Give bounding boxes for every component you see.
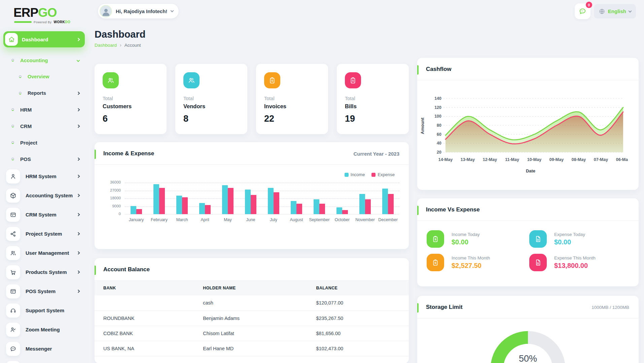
x-tick-label: July xyxy=(270,214,277,224)
chevron-down-icon xyxy=(629,9,632,13)
sidebar-item-label: Reports xyxy=(28,90,46,96)
bullet-icon xyxy=(11,59,14,62)
users-icon xyxy=(6,246,20,260)
sidebar-item-label: HRM System xyxy=(26,173,57,179)
sidebar-item-pos-system[interactable]: POS System xyxy=(3,284,85,299)
sidebar-item-notification-template[interactable]: Notification Template xyxy=(3,360,85,363)
account-balance-header: Account Balance xyxy=(95,258,409,281)
y-tick-label: 0 xyxy=(103,212,121,216)
file-icon xyxy=(529,254,547,271)
sidebar-item-accounting-system[interactable]: Accounting System xyxy=(3,188,85,203)
stat-value: 6 xyxy=(103,114,158,124)
expense-bar xyxy=(182,197,188,214)
notification-template-icon xyxy=(6,361,20,363)
svg-text:07-May: 07-May xyxy=(594,157,608,162)
sidebar-item-reports[interactable]: Reports xyxy=(3,86,85,100)
x-tick-label: November xyxy=(355,214,375,224)
brand-underline xyxy=(14,21,32,23)
sidebar-item-support-system[interactable]: Support System xyxy=(3,303,85,318)
storage-limit-card: Storage Limit 1000MB / 1200MB 50% xyxy=(417,296,639,363)
svg-text:14-May: 14-May xyxy=(438,157,453,162)
tile-expense-today: Expense Today $0.00 xyxy=(529,230,632,248)
svg-text:$: $ xyxy=(435,261,436,265)
legend-swatch xyxy=(371,173,375,177)
sidebar-item-crm-system[interactable]: CRM System xyxy=(3,207,85,222)
expense-bar xyxy=(319,204,325,214)
stat-label: Customers xyxy=(103,103,158,110)
svg-text:20: 20 xyxy=(437,150,441,155)
language-selector[interactable]: English xyxy=(594,4,636,18)
person-icon xyxy=(6,169,20,184)
breadcrumb: Dashboard › Account xyxy=(95,42,409,48)
cell-holder: Benjamin Adams xyxy=(203,311,316,326)
account-balance-table: BANK HOLDER NAME BALANCE cash $120,077.0… xyxy=(95,281,409,356)
cart-icon xyxy=(6,265,20,279)
sidebar-item-dashboard[interactable]: Dashboard xyxy=(3,31,85,47)
y-tick-label: 18000 xyxy=(103,196,121,200)
sidebar-item-label: Dashboard xyxy=(22,37,48,42)
notifications-button[interactable]: 0 xyxy=(575,3,591,19)
y-axis-label: Amount xyxy=(420,118,425,134)
sidebar-item-label: Zoom Meeting xyxy=(26,327,60,332)
user-menu[interactable]: Hi, Rajodiya Infotech! xyxy=(98,3,179,19)
column-header-holder: HOLDER NAME xyxy=(203,281,316,295)
bar-groups: JanuaryFebruaryMarchAprilMayJuneJulyAugu… xyxy=(125,183,399,224)
brand-logo[interactable]: ERPGO Powered By WORKDO xyxy=(3,5,85,24)
sidebar-item-project-system[interactable]: Project System xyxy=(3,226,85,241)
sidebar-item-label: Accounting System xyxy=(26,193,73,198)
x-tick-label: August xyxy=(290,214,303,224)
sidebar-item-zoom-meeting[interactable]: Zoom Meeting xyxy=(3,322,85,337)
bullet-icon xyxy=(11,141,14,144)
clipboard-dollar-icon: $ xyxy=(427,230,444,248)
cell-bank: ROUNDBANK xyxy=(95,311,203,326)
sidebar-item-products-system[interactable]: Products System xyxy=(3,265,85,280)
bar-group: October xyxy=(331,183,354,224)
storage-limit-header: Storage Limit 1000MB / 1200MB xyxy=(417,296,639,318)
tile-value: $2,527.50 xyxy=(452,262,490,270)
bar-group: August xyxy=(285,183,308,224)
svg-text:60: 60 xyxy=(437,132,441,137)
income-vs-expense-tiles: $ Income Today $0.00 Expense Today $0.00… xyxy=(417,221,639,271)
cube-icon xyxy=(6,189,20,203)
sidebar-item-overview[interactable]: Overview xyxy=(3,70,85,83)
headset-icon xyxy=(6,304,20,318)
tile-income-this-month: $ Income This Month $2,527.50 xyxy=(427,254,529,271)
users-icon xyxy=(103,72,119,88)
sidebar-item-project[interactable]: Project xyxy=(3,136,85,149)
cell-balance: $120,077.00 xyxy=(316,295,409,311)
stat-card-bills: $ Total Bills 19 xyxy=(337,64,409,134)
income-expense-header: Income & Expense Current Year - 2023 xyxy=(95,142,409,165)
y-tick-label: 9000 xyxy=(103,204,121,208)
brand-name: ERPGO xyxy=(13,6,85,19)
breadcrumb-root-link[interactable]: Dashboard xyxy=(95,43,117,48)
chevron-right-icon xyxy=(77,194,80,197)
users-icon xyxy=(183,72,200,88)
sidebar-item-crm[interactable]: CRM xyxy=(3,119,85,133)
sidebar-item-hrm[interactable]: HRM xyxy=(3,103,85,116)
bars xyxy=(359,183,371,214)
income-bar xyxy=(199,203,205,214)
sidebar-item-label: Messenger xyxy=(26,346,52,352)
cell-holder: cash xyxy=(203,295,316,311)
svg-text:08-May: 08-May xyxy=(572,157,586,162)
stat-caption: Total xyxy=(183,96,239,101)
expense-bar xyxy=(136,209,142,214)
chevron-right-icon xyxy=(77,157,80,161)
legend-item-expense[interactable]: Expense xyxy=(371,172,395,177)
sidebar-item-label: Support System xyxy=(26,308,64,313)
sidebar-item-user-management[interactable]: User Management xyxy=(3,245,85,260)
accent-bar xyxy=(417,206,419,215)
expense-bar xyxy=(296,204,302,214)
income-bar xyxy=(382,189,388,214)
chevron-right-icon xyxy=(77,124,80,128)
sidebar-item-messenger[interactable]: Messenger xyxy=(3,341,85,356)
sidebar-item-hrm-system[interactable]: HRM System xyxy=(3,169,85,184)
sidebar-item-pos[interactable]: POS xyxy=(3,152,85,166)
tile-income-today: $ Income Today $0.00 xyxy=(427,230,529,248)
cashflow-chart: 1401201008060402014-May13-May12-May11-Ma… xyxy=(429,94,628,166)
legend-item-income[interactable]: Income xyxy=(345,172,365,177)
sidebar-item-accounting[interactable]: Accounting xyxy=(3,53,85,67)
svg-text:11-May: 11-May xyxy=(505,157,519,162)
stat-card-invoices: $ Total Invoices 22 xyxy=(256,64,328,134)
cell-bank: COBIZ BANK xyxy=(95,326,203,341)
